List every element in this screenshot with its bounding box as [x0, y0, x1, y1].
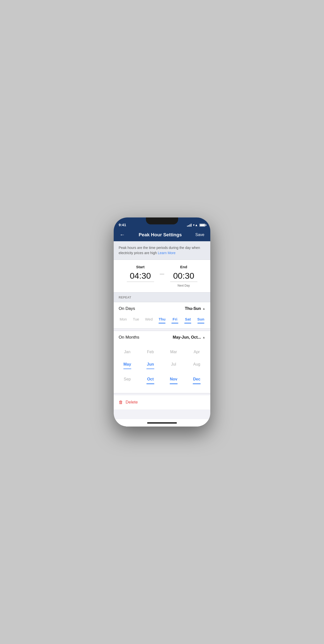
month-item[interactable]: Aug [185, 358, 208, 373]
chevron-up-months-icon: ▲ [202, 336, 205, 339]
months-grid: JanFebMarAprMayJunJulAugSepOctNovDec [114, 344, 210, 393]
time-section: Start 04:30 — End 00:30 Next Day [114, 260, 210, 292]
day-text: Sat [185, 317, 191, 321]
repeat-section: REPEAT [114, 292, 210, 302]
home-bar [147, 422, 177, 424]
month-text: Jul [171, 362, 176, 366]
month-underline [193, 384, 201, 384]
month-underline [170, 384, 178, 384]
delete-label: Delete [126, 400, 138, 405]
month-item[interactable]: Jan [116, 346, 139, 358]
month-text: Sep [124, 377, 131, 382]
signal-icon [187, 224, 192, 227]
month-item[interactable]: May [116, 358, 139, 373]
day-underline [184, 323, 191, 324]
months-value: May-Jun, Oct... ▲ [173, 335, 205, 340]
month-text: Feb [147, 350, 154, 354]
day-text: Fri [173, 317, 177, 321]
info-section: Peak hours are the time periods during t… [114, 241, 210, 260]
end-sub: Next Day [178, 284, 190, 287]
days-label: On Days [119, 306, 135, 311]
month-item[interactable]: Apr [185, 346, 208, 358]
learn-more-link[interactable]: Learn More [158, 251, 176, 255]
day-item[interactable]: Thu [158, 317, 166, 324]
month-text: Nov [170, 377, 177, 382]
start-time-block: Start 04:30 [127, 265, 154, 282]
status-bar: 9:41 ▾▲ [114, 218, 210, 228]
day-text: Tue [133, 317, 139, 321]
month-text: Oct [147, 377, 154, 382]
month-text: Aug [193, 362, 200, 366]
months-row[interactable]: On Months May-Jun, Oct... ▲ [114, 331, 210, 344]
page-title: Peak Hour Settings [139, 232, 182, 238]
month-text: Mar [170, 350, 177, 354]
time-divider: — [160, 271, 164, 276]
month-item[interactable]: Sep [116, 373, 139, 388]
months-label: On Months [119, 335, 139, 340]
day-underline [158, 323, 166, 324]
end-label: End [180, 265, 187, 269]
day-item[interactable]: Fri [172, 317, 178, 324]
wifi-icon: ▾▲ [193, 223, 198, 227]
status-time: 9:41 [119, 223, 126, 227]
month-text: Jan [124, 350, 130, 354]
days-section: On Days Thu-Sun ▲ MonTueWedThuFriSatSun [114, 302, 210, 329]
phone-screen: 9:41 ▾▲ ← Peak Hour Settings Save Pe [114, 218, 210, 426]
month-item[interactable]: Oct [139, 373, 162, 388]
delete-section[interactable]: 🗑 Delete [114, 395, 210, 410]
day-item[interactable]: Sun [198, 317, 204, 324]
status-icons: ▾▲ [187, 223, 205, 227]
day-text: Wed [145, 317, 153, 321]
day-item[interactable]: Tue [133, 317, 139, 324]
end-time-block: End 00:30 Next Day [170, 265, 198, 287]
day-underline [172, 323, 178, 324]
back-button[interactable]: ← [118, 230, 127, 239]
chevron-up-icon: ▲ [202, 307, 205, 310]
save-button[interactable]: Save [194, 232, 206, 238]
days-value-text: Thu-Sun [185, 306, 201, 311]
month-underline [146, 384, 154, 384]
home-indicator [114, 419, 210, 426]
month-item[interactable]: Nov [162, 373, 185, 388]
content-area: Peak hours are the time periods during t… [114, 241, 210, 419]
day-item[interactable]: Mon [120, 317, 127, 324]
day-text: Mon [120, 317, 127, 321]
day-item[interactable]: Sat [184, 317, 191, 324]
month-underline [146, 368, 154, 369]
end-value[interactable]: 00:30 [170, 271, 198, 282]
month-text: May [123, 362, 131, 366]
phone-shell: 9:41 ▾▲ ← Peak Hour Settings Save Pe [114, 218, 210, 426]
day-text: Thu [159, 317, 166, 321]
month-text: Dec [193, 377, 200, 382]
day-text: Sun [198, 317, 204, 321]
delete-icon: 🗑 [119, 400, 123, 405]
days-row[interactable]: On Days Thu-Sun ▲ [114, 302, 210, 315]
month-item[interactable]: Dec [185, 373, 208, 388]
notch [146, 218, 178, 224]
months-value-text: May-Jun, Oct... [173, 335, 201, 340]
repeat-label: REPEAT [119, 296, 131, 299]
day-underline [198, 323, 204, 324]
nav-bar: ← Peak Hour Settings Save [114, 228, 210, 241]
month-text: Apr [194, 350, 200, 354]
months-section: On Months May-Jun, Oct... ▲ JanFebMarApr… [114, 331, 210, 393]
day-item[interactable]: Wed [145, 317, 153, 324]
start-value[interactable]: 04:30 [127, 271, 154, 282]
info-text: Peak hours are the time periods during t… [119, 246, 200, 255]
month-text: Jun [147, 362, 154, 366]
month-item[interactable]: Jun [139, 358, 162, 373]
month-item[interactable]: Mar [162, 346, 185, 358]
days-value: Thu-Sun ▲ [185, 306, 205, 311]
battery-icon [200, 224, 205, 227]
start-label: Start [136, 265, 144, 269]
month-item[interactable]: Feb [139, 346, 162, 358]
month-item[interactable]: Jul [162, 358, 185, 373]
days-grid: MonTueWedThuFriSatSun [114, 315, 210, 328]
month-underline [123, 368, 131, 369]
